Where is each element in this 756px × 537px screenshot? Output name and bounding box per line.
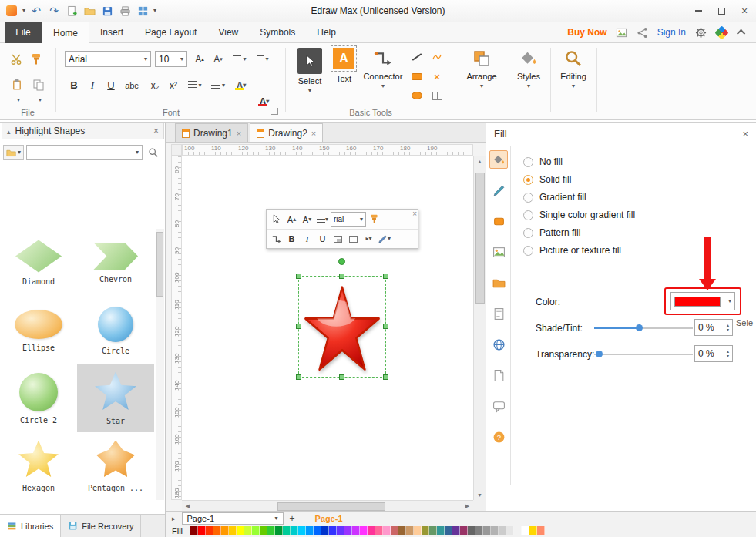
file-recovery-bottom-tab[interactable]: File Recovery — [61, 515, 141, 537]
help-icon[interactable]: ? — [489, 428, 508, 446]
font-family-combo[interactable]: Arial▾ — [65, 51, 151, 67]
palette-color[interactable] — [375, 526, 383, 535]
palette-color[interactable] — [252, 526, 260, 535]
menu-tab[interactable]: View — [207, 22, 249, 43]
fill-panel-close-icon[interactable]: × — [742, 128, 748, 139]
ellipse-tool-icon[interactable] — [408, 88, 425, 103]
palette-color[interactable] — [360, 526, 368, 535]
resize-handle-se[interactable] — [383, 374, 388, 380]
mini-group-icon[interactable] — [346, 231, 361, 247]
palette-color[interactable] — [398, 526, 406, 535]
increase-font-size-button[interactable]: A▴ — [191, 51, 208, 67]
toolbar-close-icon[interactable]: × — [412, 210, 417, 218]
select-tool-button[interactable]: Select ▾ — [293, 48, 327, 94]
connector-dropdown-icon[interactable]: ▾ — [381, 83, 385, 89]
menu-tab[interactable]: Page Layout — [134, 22, 207, 43]
palette-color[interactable] — [244, 526, 252, 535]
mini-shapes-icon[interactable] — [331, 231, 345, 247]
vertical-scroll-thumb[interactable] — [475, 173, 485, 304]
palette-color[interactable] — [213, 526, 221, 535]
palette-color[interactable] — [260, 526, 267, 535]
resize-handle-s[interactable] — [339, 374, 344, 380]
mini-arrow-icon[interactable]: ▸▾ — [361, 231, 376, 247]
palette-color[interactable] — [329, 526, 337, 535]
palette-color[interactable] — [321, 526, 329, 535]
mini-select-cursor-icon[interactable] — [269, 212, 284, 227]
palette-color[interactable] — [537, 526, 545, 535]
library-shape[interactable]: Star — [77, 364, 154, 432]
styles-dropdown-icon[interactable]: ▾ — [527, 83, 530, 89]
library-shape[interactable]: Chevron — [77, 229, 154, 297]
page-tab-dropdown-icon[interactable]: ▾ — [275, 515, 278, 522]
palette-color[interactable] — [291, 526, 298, 535]
font-dialog-launcher-icon[interactable] — [271, 108, 278, 115]
palette-color[interactable] — [445, 526, 452, 535]
text-tool-button[interactable]: A Text — [330, 48, 358, 83]
mini-underline-button[interactable]: U — [315, 231, 330, 247]
palette-color[interactable] — [491, 526, 499, 535]
decrease-font-size-button[interactable]: A▾ — [210, 51, 227, 67]
font-family-dropdown-icon[interactable]: ▾ — [144, 56, 147, 62]
library-scrollbar-thumb[interactable] — [156, 232, 163, 297]
palette-color[interactable] — [406, 526, 414, 535]
close-button[interactable]: × — [733, 0, 756, 22]
mini-bold-button[interactable]: B — [284, 231, 299, 247]
palette-color[interactable] — [529, 526, 537, 535]
scroll-left-icon[interactable]: ◀ — [182, 501, 193, 512]
palette-color[interactable] — [352, 526, 360, 535]
palette-color[interactable] — [267, 526, 275, 535]
canvas-vertical-scrollbar[interactable]: ▲ ▼ — [473, 156, 486, 500]
collapse-icon[interactable] — [7, 126, 11, 136]
canvas[interactable]: × A▴ A▾ ▾ rial▾ B — [182, 156, 473, 500]
palette-color[interactable] — [483, 526, 491, 535]
canvas-horizontal-scrollbar[interactable]: ◀ ▶ — [182, 500, 473, 512]
app-logo-icon[interactable] — [5, 4, 18, 18]
italic-button[interactable]: I — [83, 77, 102, 93]
font-color-button[interactable]: A▾ — [254, 93, 274, 109]
search-icon[interactable] — [145, 145, 162, 160]
arrange-dropdown-icon[interactable]: ▾ — [480, 83, 483, 89]
fill-option[interactable]: Pattern fill — [523, 227, 635, 238]
line-tool-icon[interactable] — [408, 49, 425, 65]
palette-color[interactable] — [383, 526, 391, 535]
fill-bucket-icon[interactable] — [489, 150, 508, 169]
resize-handle-nw[interactable] — [296, 274, 301, 279]
copy-icon[interactable] — [29, 76, 48, 94]
palette-color[interactable] — [314, 526, 321, 535]
scroll-down-icon[interactable]: ▼ — [474, 489, 486, 500]
bullet-list-button[interactable]: ▾ — [208, 77, 228, 93]
palette-color[interactable] — [437, 526, 445, 535]
scroll-right-icon[interactable]: ▶ — [462, 501, 473, 512]
palette-color[interactable] — [206, 526, 213, 535]
mini-connector-icon[interactable] — [269, 231, 284, 247]
paste-dropdown-icon[interactable]: ▾ — [17, 97, 20, 103]
fill-option[interactable]: Solid fill — [523, 174, 635, 185]
rotation-handle[interactable] — [338, 258, 345, 265]
layer-folder-icon[interactable] — [489, 274, 508, 292]
palette-color[interactable] — [414, 526, 422, 535]
palette-color[interactable] — [221, 526, 229, 535]
palette-color[interactable] — [475, 526, 483, 535]
connector-tool-button[interactable]: Connector ▾ — [361, 48, 405, 89]
fill-option[interactable]: Single color gradient fill — [523, 210, 635, 220]
library-shape[interactable]: Ellipse — [0, 297, 77, 364]
mini-italic-button[interactable]: I — [300, 231, 314, 247]
print-icon[interactable] — [118, 4, 132, 18]
palette-color[interactable] — [460, 526, 468, 535]
library-section-header[interactable]: Highlight Shapes — [2, 123, 164, 139]
buy-now-link[interactable]: Buy Now — [567, 27, 606, 38]
fill-color-dropdown[interactable]: ▾ — [670, 292, 735, 310]
settings-gear-icon[interactable] — [694, 26, 707, 39]
library-shape[interactable]: Hexagon — [0, 432, 77, 500]
mini-font-combo[interactable]: rial▾ — [331, 212, 366, 227]
transparency-slider[interactable] — [594, 349, 693, 360]
shape-format-icon[interactable] — [489, 212, 508, 230]
share-icon[interactable] — [637, 26, 649, 39]
editing-button[interactable]: Editing ▾ — [553, 48, 593, 89]
palette-color[interactable] — [452, 526, 460, 535]
palette-color[interactable] — [237, 526, 244, 535]
text-align-button[interactable]: ▾ — [230, 51, 250, 67]
cross-tool-icon[interactable]: × — [428, 69, 445, 84]
minimize-button[interactable] — [687, 0, 710, 22]
palette-color[interactable] — [499, 526, 506, 535]
